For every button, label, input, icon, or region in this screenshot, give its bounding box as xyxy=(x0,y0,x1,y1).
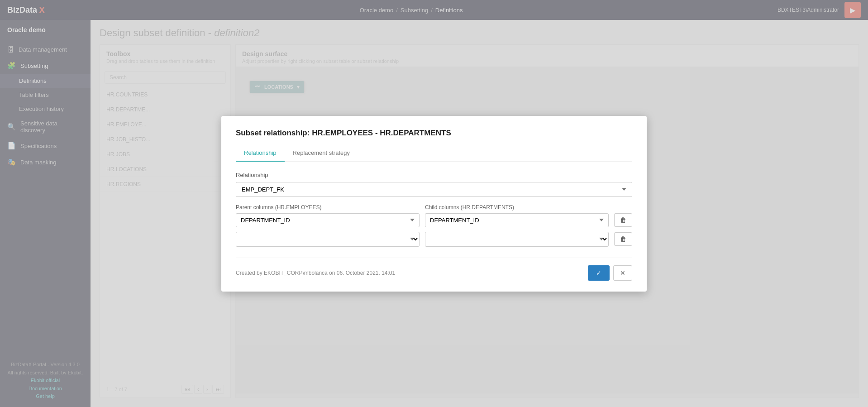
tab-relationship[interactable]: Relationship xyxy=(236,146,285,162)
columns-row-1: DEPARTMENT_ID DEPARTMENT_ID 🗑 xyxy=(236,213,632,227)
modal-tabs: Relationship Replacement strategy xyxy=(236,146,632,162)
columns-row-2: 🗑 xyxy=(236,232,632,247)
relationship-select-row: EMP_DEPT_FK xyxy=(236,182,632,197)
confirm-button[interactable]: ✓ xyxy=(588,265,610,281)
parent-col-label: Parent columns (HR.EMPLOYEES) xyxy=(236,204,420,211)
child-col-select-2[interactable] xyxy=(425,232,609,247)
relationship-select[interactable]: EMP_DEPT_FK xyxy=(236,182,632,197)
modal-footer: Created by EKOBIT_CORP\mbolanca on 06. O… xyxy=(236,258,632,281)
columns-section: Parent columns (HR.EMPLOYEES) Child colu… xyxy=(236,204,632,247)
modal-footer-buttons: ✓ ✕ xyxy=(588,265,632,281)
modal-title: Subset relationship: HR.EMPLOYEES - HR.D… xyxy=(236,129,632,138)
child-col-label: Child columns (HR.DEPARTMENTS) xyxy=(425,204,609,211)
modal-backdrop: Subset relationship: HR.EMPLOYEES - HR.D… xyxy=(0,0,868,407)
cancel-button[interactable]: ✕ xyxy=(613,265,632,281)
child-col-select-1[interactable]: DEPARTMENT_ID xyxy=(425,213,609,227)
modal-footer-info: Created by EKOBIT_CORP\mbolanca on 06. O… xyxy=(236,270,395,276)
modal-dialog: Subset relationship: HR.EMPLOYEES - HR.D… xyxy=(221,116,647,292)
columns-header: Parent columns (HR.EMPLOYEES) Child colu… xyxy=(236,204,632,211)
delete-row-2-button[interactable]: 🗑 xyxy=(614,232,632,246)
parent-col-select-1[interactable]: DEPARTMENT_ID xyxy=(236,213,420,227)
parent-col-select-2[interactable] xyxy=(236,232,420,247)
tab-replacement-strategy[interactable]: Replacement strategy xyxy=(285,146,358,162)
relationship-label: Relationship xyxy=(236,172,632,178)
delete-row-1-button[interactable]: 🗑 xyxy=(614,213,632,227)
